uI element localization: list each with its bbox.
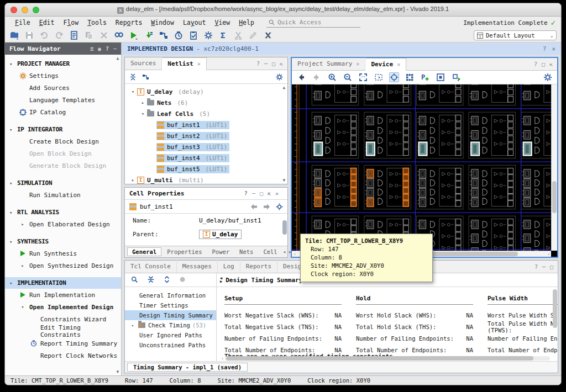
close-icon[interactable]: ✕	[552, 45, 555, 52]
pane-collapse-icons[interactable]: ◀▶	[220, 277, 222, 283]
zoom-in-icon[interactable]	[327, 72, 337, 82]
flow-item-open-synthesized-design[interactable]: ▸Open Synthesized Design	[5, 259, 121, 272]
probe-icon[interactable]	[263, 30, 273, 40]
close-tab-icon[interactable]: ✕	[397, 61, 400, 67]
mark-icon[interactable]	[451, 72, 461, 82]
maximize-panel-icon[interactable]: □	[272, 61, 275, 67]
search-icon[interactable]	[130, 275, 140, 285]
parent-link[interactable]: IU_delay	[199, 230, 242, 239]
close-tab-icon[interactable]: ✕	[356, 61, 359, 67]
menu-file[interactable]: File	[11, 18, 35, 28]
help-icon[interactable]: ?	[244, 190, 248, 197]
netlist-item-u_multi[interactable]: ▸ IU_multi(multi)	[125, 174, 287, 184]
scrollbar[interactable]: ▲▼	[115, 56, 120, 374]
report-nav-user-ignored-paths[interactable]: User Ignored Paths	[125, 330, 216, 340]
quick-access-input[interactable]: Quick Access	[266, 18, 360, 28]
expand-collapse-icon[interactable]	[162, 275, 172, 285]
tree-chevron-icon[interactable]: ▸	[129, 177, 137, 183]
settings-gear-icon[interactable]	[543, 72, 553, 82]
menu-help[interactable]: Help	[234, 18, 259, 28]
open-project-icon[interactable]	[9, 30, 19, 40]
zoom-fit-icon[interactable]	[358, 72, 368, 82]
flow-item-edit-timing-constraints[interactable]: Edit Timing Constraints	[5, 325, 121, 337]
routing-resources-icon[interactable]	[405, 72, 415, 82]
scrollbar[interactable]: ▲▼	[281, 85, 287, 183]
forward-icon[interactable]	[312, 72, 322, 82]
flow-section-header[interactable]: ▾IP INTEGRATOR	[5, 124, 121, 135]
close-panel-icon[interactable]: ✕	[275, 190, 279, 197]
flow-item-settings[interactable]: Settings	[5, 70, 121, 82]
flow-item-create-block-design[interactable]: Create Block Design	[5, 135, 121, 147]
vertical-scrollbar[interactable]	[552, 287, 558, 356]
settings-gear-icon[interactable]	[276, 73, 283, 81]
menu-tools[interactable]: Tools	[83, 18, 111, 28]
flow-item-report-clock-networks[interactable]: Report Clock Networks	[5, 349, 121, 362]
report-nav-design-timing-summary[interactable]: Design Timing Summary	[125, 310, 216, 320]
select-area-icon[interactable]	[374, 72, 384, 82]
report-icon[interactable]	[69, 30, 79, 40]
maximize-panel-icon[interactable]: □	[542, 61, 545, 67]
tree-chevron-icon[interactable]: ▾	[129, 89, 137, 94]
netlist-item-buf_inst2[interactable]: buf_inst2(LUT1)	[125, 130, 287, 141]
tree-chevron-icon[interactable]: ▸	[139, 100, 146, 105]
float-panel-icon[interactable]: ⇱	[268, 190, 271, 197]
netlist-item-leaf cells[interactable]: ▾ Leaf Cells(5)	[125, 108, 287, 119]
menu-flow[interactable]: Flow	[59, 18, 83, 28]
report-nav-check-timing[interactable]: ▸Check Timing(53)	[125, 320, 216, 330]
maximize-panel-icon[interactable]: □	[550, 264, 553, 270]
minimize-panel-icon[interactable]: ─	[252, 190, 255, 197]
help-icon[interactable]: ?	[543, 45, 547, 52]
flow-item-report-timing-summary[interactable]: Report Timing Summary	[5, 337, 121, 349]
cellprops-tab-cell[interactable]: Cell	[259, 248, 281, 256]
menu-window[interactable]: Window	[146, 18, 179, 28]
options-icon[interactable]: ◉	[98, 46, 101, 52]
collapse-all-icon[interactable]	[146, 275, 156, 285]
minimize-panel-icon[interactable]: ─	[542, 264, 546, 270]
summary-tab[interactable]: Timing Summary - impl_1 (saved)	[127, 363, 248, 372]
back-icon[interactable]	[296, 72, 306, 82]
route-view-icon[interactable]	[142, 73, 149, 81]
menu-layout[interactable]: Layout	[179, 18, 211, 28]
route-icon[interactable]	[159, 30, 169, 40]
netlist-item-buf_inst3[interactable]: buf_inst3(LUT1)	[125, 141, 287, 152]
scrollbar-thumb[interactable]	[282, 220, 287, 235]
help-icon[interactable]: ?	[534, 264, 538, 270]
validate-icon[interactable]	[188, 30, 198, 40]
flow-section-header[interactable]: ▾IMPLEMENTATION	[5, 277, 121, 289]
flow-section-header[interactable]: ▾SIMULATION	[5, 177, 121, 189]
netlist-item-buf_inst4[interactable]: buf_inst4(LUT1)	[125, 152, 287, 163]
collapse-all-icon[interactable]	[129, 73, 137, 81]
sum-icon[interactable]: Σ	[218, 30, 228, 40]
flow-item-open-elaborated-design[interactable]: ▸Open Elaborated Design	[5, 218, 121, 230]
menu-view[interactable]: View	[210, 18, 234, 28]
device-tab-project-summary[interactable]: Project Summary✕	[292, 57, 365, 70]
highlight-icon[interactable]	[436, 72, 446, 82]
autofit-selection-icon[interactable]	[389, 72, 399, 82]
settings-gear-icon[interactable]	[276, 203, 283, 210]
device-canvas[interactable]: ‹›	[292, 84, 557, 257]
help-icon[interactable]: ?	[534, 61, 537, 67]
float-panel-icon[interactable]: ⇱	[280, 61, 283, 67]
results-tab-reports[interactable]: Reports	[240, 260, 277, 273]
help-icon[interactable]: ?	[106, 46, 109, 52]
zoom-out-icon[interactable]	[343, 72, 353, 82]
close-tab-icon[interactable]: ✕	[197, 61, 201, 67]
step-icon[interactable]	[144, 30, 154, 40]
flow-section-header[interactable]: ▾PROJECT MANAGER	[5, 58, 121, 70]
back-icon[interactable]	[250, 204, 258, 210]
vertical-scrollbar[interactable]	[551, 84, 557, 251]
add-pblock-icon[interactable]: P	[420, 72, 430, 82]
help-icon[interactable]: ?	[256, 61, 260, 67]
netlist-item-buf_inst1[interactable]: buf_inst1(LUT1)	[125, 119, 287, 130]
cellprops-tab-general[interactable]: General	[127, 247, 161, 256]
cellprops-tab-properties[interactable]: Properties	[163, 248, 206, 256]
flow-item-open-implemented-design[interactable]: ▾Open Implemented Design	[5, 301, 121, 313]
flow-section-header[interactable]: ▾SYNTHESIS	[5, 236, 121, 247]
report-nav-unconstrained-paths[interactable]: Unconstrained Paths	[125, 340, 216, 350]
flow-item-run-simulation[interactable]: Run Simulation	[5, 189, 121, 201]
flow-item-language-templates[interactable]: Language Templates	[5, 94, 121, 106]
flow-item-add-sources[interactable]: Add Sources	[5, 82, 121, 94]
layout-selector[interactable]: Default Layout ⌄	[474, 30, 557, 40]
tree-chevron-icon[interactable]: ▾	[139, 111, 146, 116]
report-nav-timer-settings[interactable]: Timer Settings	[125, 300, 216, 310]
